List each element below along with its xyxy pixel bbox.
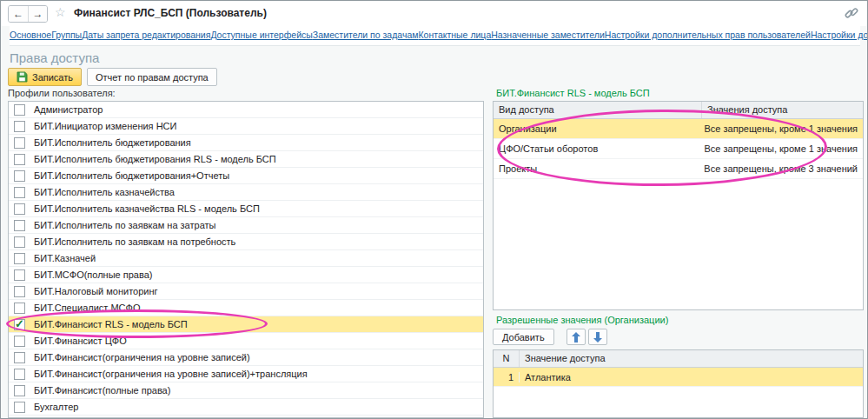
access-kind-row[interactable]: ОрганизацииВсе запрещены, кроме 1 значен… bbox=[494, 119, 863, 139]
profile-row[interactable]: БИТ.Финансист(полные права) bbox=[9, 382, 483, 399]
allowed-value-row[interactable]: 1Атлантика bbox=[494, 368, 863, 387]
profile-label: БИТ.Исполнитель по заявкам на потребност… bbox=[34, 236, 235, 247]
column-header-access-value[interactable]: Значение доступа bbox=[520, 350, 863, 367]
profile-row[interactable]: БИТ.МСФО(полные права) bbox=[9, 267, 483, 283]
nav-link[interactable]: Контактные лица bbox=[418, 30, 491, 40]
profile-row[interactable]: БИТ.Исполнитель казначейства RLS - модел… bbox=[9, 201, 483, 217]
profile-checkbox[interactable] bbox=[14, 154, 25, 165]
profile-row[interactable]: БИТ.Исполнитель бюджетирования bbox=[9, 135, 483, 151]
column-header-access-values[interactable]: Значения доступа bbox=[702, 102, 863, 118]
allowed-values-toolbar: Добавить bbox=[493, 329, 607, 345]
profile-label: Администратор bbox=[34, 104, 103, 115]
profile-row[interactable]: БИТ.Исполнитель казначейства bbox=[9, 184, 483, 201]
profile-row[interactable]: Администратор bbox=[9, 102, 483, 118]
profile-label: БИТ.Исполнитель казначейства RLS - модел… bbox=[34, 203, 260, 214]
move-down-button[interactable] bbox=[588, 329, 607, 345]
profile-label: БИТ.МСФО(полные права) bbox=[34, 269, 152, 280]
app-window: ← → ☆ Финансист РЛС_БСП (Пользователь) О… bbox=[0, 0, 868, 419]
profile-checkbox[interactable] bbox=[14, 336, 25, 347]
access-kind-row[interactable]: ЦФО/Статьи оборотовВсе запрещены, кроме … bbox=[494, 139, 863, 159]
nav-link[interactable]: Основное bbox=[10, 30, 51, 40]
chain-icon bbox=[845, 6, 858, 20]
profile-row[interactable]: БИТ.Инициатор изменения НСИ bbox=[9, 118, 483, 135]
access-kinds-rows: ОрганизацииВсе запрещены, кроме 1 значен… bbox=[494, 119, 863, 179]
profile-row[interactable]: БИТ.Налоговый мониторинг bbox=[9, 283, 483, 300]
profile-checkbox[interactable] bbox=[14, 385, 25, 396]
save-diskette-icon bbox=[17, 71, 28, 83]
nav-link[interactable]: Заместители по задачам bbox=[313, 30, 419, 40]
profile-label: БИТ.Финансист(ограничения на уровне запи… bbox=[34, 369, 308, 379]
profile-checkbox[interactable] bbox=[14, 402, 25, 413]
back-button[interactable]: ← bbox=[9, 6, 28, 22]
profile-checkbox[interactable] bbox=[14, 319, 25, 330]
profile-label: БИТ.Исполнитель по заявкам на затраты bbox=[34, 220, 215, 230]
profile-checkbox[interactable] bbox=[14, 104, 25, 116]
profile-label: БИТ.Финансист(полные права) bbox=[34, 385, 170, 396]
favorite-star-icon[interactable]: ☆ bbox=[55, 5, 66, 19]
profile-checkbox[interactable] bbox=[14, 121, 25, 132]
column-header-access-kind[interactable]: Вид доступа bbox=[494, 102, 702, 118]
profile-row[interactable]: БИТ.Исполнитель бюджетирования+Отчеты bbox=[9, 168, 483, 184]
profile-row[interactable]: БИТ.Финансист RLS - модель БСП bbox=[9, 316, 483, 333]
allowed-values-title: Разрешенные значения (Организации) bbox=[496, 315, 668, 325]
nav-link[interactable]: Настройки доступности вариантов bbox=[811, 30, 868, 40]
nav-link[interactable]: Настройки дополнительных прав пользовате… bbox=[605, 30, 811, 40]
profiles-list: АдминистраторБИТ.Инициатор изменения НСИ… bbox=[8, 101, 484, 418]
history-nav-group: ← → bbox=[8, 5, 48, 23]
profile-checkbox[interactable] bbox=[14, 369, 25, 380]
nav-link[interactable]: Доступные интерфейсы bbox=[210, 30, 312, 40]
access-report-button[interactable]: Отчет по правам доступа bbox=[87, 68, 217, 86]
get-link-icon[interactable] bbox=[845, 6, 858, 23]
access-kind-row[interactable]: ПроектыВсе запрещены, кроме 3 значений bbox=[494, 159, 863, 179]
profile-row[interactable]: БИТ.Финансист ЦФО bbox=[9, 333, 483, 349]
profile-row[interactable]: БИТ.Специалист МСФО bbox=[9, 300, 483, 316]
arrow-down-icon bbox=[593, 332, 602, 343]
profile-checkbox[interactable] bbox=[14, 269, 25, 281]
profile-label: БИТ.Финансист RLS - модель БСП bbox=[34, 319, 188, 329]
forward-button[interactable]: → bbox=[28, 6, 47, 22]
column-header-number[interactable]: N bbox=[494, 350, 520, 367]
profile-row[interactable]: Бухгалтер bbox=[9, 399, 483, 416]
profile-row[interactable]: БИТ.Казначей bbox=[9, 250, 483, 267]
profile-checkbox[interactable] bbox=[14, 286, 25, 297]
nav-link[interactable]: Даты запрета редактирования bbox=[82, 30, 210, 40]
profile-checkbox[interactable] bbox=[14, 303, 25, 314]
toolbar: Записать Отчет по правам доступа bbox=[8, 68, 217, 86]
access-kinds-header: Вид доступа Значения доступа bbox=[494, 102, 863, 119]
profile-label: Бухгалтер bbox=[34, 402, 78, 412]
page-title: Права доступа bbox=[10, 50, 99, 65]
allowed-values-rows: 1Атлантика bbox=[494, 368, 863, 387]
access-kinds-title: БИТ.Финансист RLS - модель БСП bbox=[496, 88, 650, 98]
save-button-label: Записать bbox=[32, 72, 73, 83]
save-button[interactable]: Записать bbox=[8, 68, 82, 86]
allowed-values-header: N Значение доступа bbox=[494, 350, 863, 368]
nav-link[interactable]: Назначенные заместители bbox=[491, 30, 605, 40]
profile-checkbox[interactable] bbox=[14, 187, 25, 198]
profile-label: БИТ.Инициатор изменения НСИ bbox=[34, 121, 176, 131]
access-kinds-table: Вид доступа Значения доступа Организации… bbox=[493, 101, 864, 310]
allowed-values-table: N Значение доступа 1Атлантика bbox=[493, 349, 864, 418]
profile-label: БИТ.Исполнитель бюджетирования RLS - мод… bbox=[34, 154, 276, 164]
access-kind-cell: ЦФО/Статьи оборотов bbox=[494, 143, 699, 154]
profiles-list-label: Профили пользователя: bbox=[8, 88, 116, 98]
profile-checkbox[interactable] bbox=[14, 220, 25, 231]
add-button[interactable]: Добавить bbox=[493, 329, 554, 345]
profile-row[interactable]: БИТ.Исполнитель бюджетирования RLS - мод… bbox=[9, 151, 483, 168]
profile-label: БИТ.Исполнитель бюджетирования+Отчеты bbox=[34, 170, 229, 181]
profile-checkbox[interactable] bbox=[14, 203, 25, 215]
profile-row[interactable]: БИТ.Финансист(ограничения на уровне запи… bbox=[9, 366, 483, 382]
profile-checkbox[interactable] bbox=[14, 170, 25, 182]
profile-row[interactable]: БИТ.Исполнитель по заявкам на потребност… bbox=[9, 234, 483, 250]
move-up-button[interactable] bbox=[567, 329, 586, 345]
profile-row[interactable]: БИТ.Исполнитель по заявкам на затраты bbox=[9, 217, 483, 234]
access-kind-cell: Проекты bbox=[494, 163, 699, 174]
profile-checkbox[interactable] bbox=[14, 137, 25, 149]
profile-checkbox[interactable] bbox=[14, 352, 25, 363]
row-number-cell: 1 bbox=[494, 372, 520, 382]
profile-label: БИТ.Налоговый мониторинг bbox=[34, 286, 158, 296]
profile-checkbox[interactable] bbox=[14, 253, 25, 264]
nav-link[interactable]: Группы bbox=[51, 30, 82, 40]
profile-row[interactable]: БИТ.Финансист(ограничения на уровне запи… bbox=[9, 349, 483, 366]
profile-label: БИТ.Финансист ЦФО bbox=[34, 336, 127, 346]
profile-checkbox[interactable] bbox=[14, 236, 25, 248]
